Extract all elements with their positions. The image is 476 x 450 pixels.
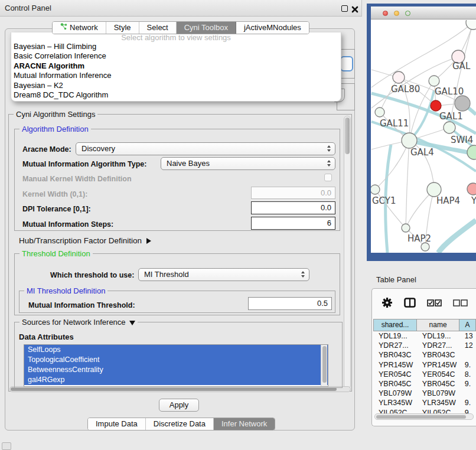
tab-discretize-data[interactable]: Discretize Data [146, 418, 214, 430]
scrollbar-thumb[interactable] [322, 346, 327, 383]
mi-steps-field[interactable]: 6 [251, 217, 335, 230]
table-row[interactable]: YBR045CYBR045C9. [373, 379, 476, 389]
algorithm-option[interactable]: Bayesian – K2 [11, 81, 341, 90]
network-node[interactable] [444, 122, 455, 133]
network-edge[interactable] [371, 57, 458, 108]
network-node[interactable] [427, 182, 441, 197]
mac-zoom-icon[interactable] [405, 11, 410, 16]
attribute-item[interactable]: SelfLoops [24, 345, 328, 355]
data-attributes-list[interactable]: SelfLoopsTopologicalCoefficientBetweenne… [24, 344, 328, 387]
table-row[interactable]: YDL19...YDL19...13 [373, 331, 476, 341]
manual-kernel-label: Manual Kernel Width Definition [22, 175, 132, 183]
tab-network[interactable]: Network [53, 22, 106, 34]
column-header[interactable]: shared... [373, 319, 417, 331]
table-cell: 8. [459, 370, 476, 379]
network-node[interactable] [467, 183, 476, 195]
table-row[interactable]: YPR145WYPR145W9. [373, 360, 476, 370]
attribute-item[interactable]: TopologicalCoefficient [24, 355, 328, 365]
table-row[interactable]: YER054CYER054C8. [373, 370, 476, 379]
tab-network-label: Network [70, 22, 98, 34]
node-label: GAL4 [410, 147, 434, 158]
attributes-list-scrollbar[interactable] [321, 345, 327, 386]
mac-close-icon[interactable] [383, 11, 388, 16]
table-cell: YBR045C [373, 379, 417, 389]
apply-button[interactable]: Apply [159, 399, 199, 412]
table-cell: 9. [459, 360, 476, 370]
mi-threshold-label: Mutual Information Threshold: [28, 301, 135, 309]
table-cell: YBR045C [417, 379, 459, 389]
network-edge[interactable] [375, 141, 409, 190]
network-node[interactable] [431, 100, 441, 111]
close-icon[interactable] [351, 5, 358, 15]
network-node[interactable] [375, 107, 384, 117]
unchecked-boxes-icon[interactable] [453, 298, 468, 309]
mi-threshold-field[interactable]: 0.5 [248, 297, 332, 310]
gear-icon[interactable] [382, 297, 393, 311]
network-edge-thick[interactable] [409, 90, 434, 141]
split-columns-icon[interactable] [404, 298, 416, 310]
mi-type-combobox[interactable]: Naive Bayes [161, 157, 335, 170]
column-header[interactable]: A [459, 319, 476, 331]
settings-vertical-scrollbar[interactable] [344, 116, 351, 389]
tab-jactivemnodules[interactable]: jActiveMNodules [236, 22, 309, 34]
kernel-width-label: Kernel Width (0,1): [22, 190, 87, 198]
algorithm-option[interactable]: ARACNE Algorithm [11, 61, 341, 71]
scrollbar-thumb[interactable] [376, 415, 466, 419]
data-attributes-label: Data Attributes [19, 332, 74, 341]
table-row[interactable]: YDR27...YDR27...12 [373, 341, 476, 350]
algorithm-definition-title: Algorithm Definition [19, 125, 91, 133]
network-window-titlebar[interactable] [371, 6, 476, 19]
checked-boxes-icon[interactable] [427, 298, 442, 309]
mi-threshold-title: MI Threshold Definition [24, 286, 107, 295]
network-node[interactable] [402, 133, 417, 148]
float-window-icon[interactable] [341, 5, 348, 12]
table-row[interactable]: YLR345WYLR345W9. [373, 398, 476, 407]
attribute-item[interactable]: BetweennessCentrality [24, 365, 328, 375]
table-row[interactable]: YBR043CYBR043C [373, 350, 476, 360]
threshold-definition-title: Threshold Definition [19, 249, 93, 258]
column-header[interactable]: name [417, 319, 459, 331]
algorithm-option[interactable]: Basic Correlation Inference [11, 51, 341, 61]
network-edge[interactable] [406, 141, 409, 228]
table-cell: YBR043C [373, 350, 417, 360]
table-cell: 12 [459, 341, 476, 350]
network-node[interactable] [466, 20, 476, 30]
dpi-tolerance-field[interactable]: 0.0 [251, 201, 335, 214]
node-label: GAL [452, 61, 471, 71]
table-row[interactable]: YBL079WYBL079W [373, 389, 476, 398]
which-threshold-label: Which threshold to use: [50, 271, 134, 279]
network-node[interactable] [467, 145, 476, 159]
tab-style[interactable]: Style [106, 22, 139, 34]
sources-title[interactable]: Sources for Network Inference [19, 318, 138, 327]
table-body: YDL19...YDL19...13YDR27...YDR27...12YBR0… [373, 331, 476, 426]
network-node[interactable] [455, 96, 470, 111]
which-threshold-combobox[interactable]: MI Threshold [138, 268, 309, 281]
network-canvas[interactable]: GALGAL80GAL10GAL11GAL1SWI4GAL4GCY1HAP4YH… [371, 20, 476, 253]
network-node[interactable] [429, 76, 439, 86]
tab-impute-data[interactable]: Impute Data [88, 418, 146, 430]
hub-definition-toggle[interactable]: Hub/Transcription Factor Definition [19, 236, 151, 245]
stepper-icon [327, 160, 331, 167]
table-cell: YDL19... [417, 331, 459, 341]
network-node[interactable] [421, 243, 429, 251]
mac-minimize-icon[interactable] [394, 11, 399, 16]
tab-infer-network[interactable]: Infer Network [214, 418, 275, 430]
tab-select[interactable]: Select [139, 22, 177, 34]
attribute-item[interactable]: gal4RGexp [24, 375, 328, 385]
network-node[interactable] [402, 224, 410, 232]
table-horizontal-scrollbar[interactable] [374, 413, 474, 420]
tab-cyni-toolbox[interactable]: Cyni Toolbox [177, 22, 236, 34]
scrollbar-thumb[interactable] [345, 118, 350, 154]
table-header-row: shared...nameA [373, 319, 476, 331]
algorithm-option[interactable]: Mutual Information Inference [11, 71, 341, 80]
aracne-mode-combobox[interactable]: Discovery [76, 142, 335, 155]
table-toolbar [372, 289, 476, 318]
network-node[interactable] [393, 71, 405, 83]
algorithm-option[interactable]: Bayesian – Hill Climbing [11, 42, 341, 51]
network-edge-thick[interactable] [438, 220, 476, 253]
algorithm-option[interactable]: Dream8 DC_TDC Algorithm [11, 90, 341, 100]
manual-kernel-checkbox[interactable] [324, 174, 332, 181]
network-graph: GALGAL80GAL10GAL11GAL1SWI4GAL4GCY1HAP4YH… [371, 20, 476, 253]
node-label: GAL11 [380, 118, 409, 129]
network-node[interactable] [371, 185, 380, 194]
